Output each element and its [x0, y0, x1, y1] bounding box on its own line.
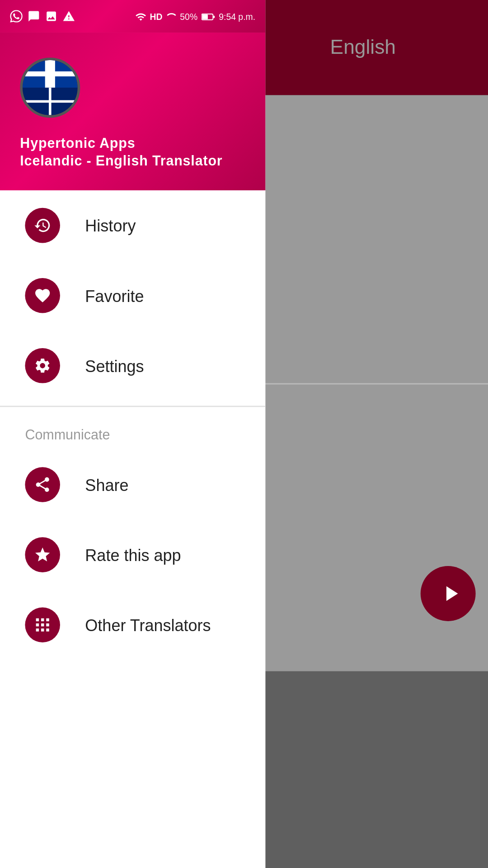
navigation-drawer: HD 50% 9:54 p.m. Hypertonic Apps Iceland…: [0, 0, 265, 868]
play-icon: [437, 581, 462, 606]
chat-icon: [28, 10, 40, 23]
menu-divider: [0, 406, 265, 407]
menu-item-favorite[interactable]: Favorite: [0, 260, 265, 330]
favorite-label: Favorite: [85, 286, 144, 305]
svg-rect-1: [202, 14, 208, 19]
wifi-icon: [135, 11, 146, 22]
right-main-content: [238, 95, 488, 671]
grid-icon: [34, 616, 52, 634]
whatsapp-icon: [10, 10, 23, 23]
gear-icon: [34, 357, 52, 374]
play-button[interactable]: [421, 566, 476, 621]
rate-icon-bg: [25, 537, 60, 572]
menu-item-other-translators[interactable]: Other Translators: [0, 590, 265, 660]
heart-icon: [34, 287, 52, 304]
app-logo: [20, 57, 80, 118]
uk-flag: [23, 88, 78, 115]
battery-percent: 50%: [180, 12, 197, 20]
settings-icon-bg: [25, 348, 60, 383]
logo-flags: [23, 60, 78, 115]
status-bar: HD 50% 9:54 p.m.: [0, 0, 265, 33]
drawer-menu: History Favorite Settings: [0, 190, 265, 868]
divider-line: [238, 383, 488, 385]
iceland-flag: [23, 60, 78, 88]
clock-icon: [34, 217, 52, 234]
star-icon: [34, 546, 52, 564]
hd-badge: HD: [150, 12, 162, 20]
app-full-name: Icelandic - English Translator: [20, 153, 245, 168]
menu-item-share[interactable]: Share: [0, 449, 265, 519]
grid-icon-bg: [25, 607, 60, 642]
company-name: Hypertonic Apps: [20, 135, 245, 150]
menu-item-rate[interactable]: Rate this app: [0, 520, 265, 590]
drawer-title: Hypertonic Apps Icelandic - English Tran…: [20, 135, 245, 168]
screen: English: [0, 0, 488, 868]
history-label: History: [85, 216, 136, 235]
right-panel: English: [238, 0, 488, 868]
share-icon-bg: [25, 467, 60, 502]
menu-item-history[interactable]: History: [0, 190, 265, 260]
warning-icon: [63, 10, 75, 23]
battery-icon: [201, 12, 215, 20]
share-label: Share: [85, 475, 128, 494]
share-icon: [34, 476, 52, 494]
status-right-info: HD 50% 9:54 p.m.: [135, 11, 255, 22]
communicate-section-label: Communicate: [0, 412, 265, 449]
drawer-header: Hypertonic Apps Icelandic - English Tran…: [0, 33, 265, 190]
language-label: English: [330, 36, 396, 59]
other-translators-label: Other Translators: [85, 615, 211, 634]
image-icon: [45, 10, 58, 23]
rate-app-label: Rate this app: [85, 545, 181, 564]
history-icon-bg: [25, 208, 60, 243]
favorite-icon-bg: [25, 278, 60, 313]
settings-label: Settings: [85, 356, 144, 375]
time-display: 9:54 p.m.: [219, 12, 255, 20]
signal-icon: [166, 11, 176, 21]
menu-item-settings[interactable]: Settings: [0, 330, 265, 401]
right-header: English: [238, 0, 488, 95]
status-left-icons: [10, 10, 75, 23]
svg-rect-2: [213, 15, 215, 17]
